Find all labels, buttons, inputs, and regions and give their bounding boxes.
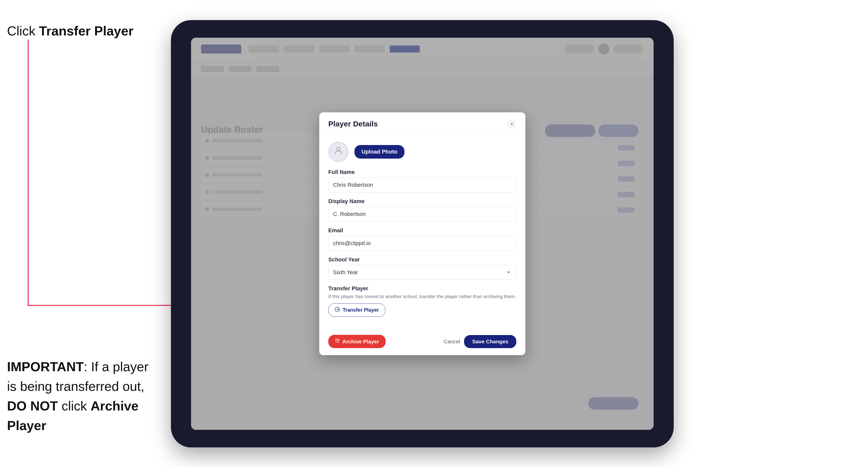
photo-upload-row: Upload Photo	[328, 142, 516, 162]
avatar-circle	[328, 142, 348, 162]
archive-icon	[335, 338, 340, 345]
instruction-important: IMPORTANT	[7, 360, 84, 374]
display-name-group: Display Name	[328, 198, 516, 222]
full-name-input[interactable]	[328, 178, 516, 192]
transfer-player-button[interactable]: Transfer Player	[328, 303, 385, 317]
upload-photo-button[interactable]: Upload Photo	[354, 145, 404, 159]
modal-close-button[interactable]: ×	[507, 119, 516, 128]
tablet-device: Update Roster	[171, 20, 674, 447]
instruction-suffix: click	[58, 399, 91, 413]
modal-footer: Archive Player Cancel Save Changes	[319, 330, 525, 355]
modal-overlay: Player Details ×	[191, 38, 654, 430]
transfer-player-button-label: Transfer Player	[343, 307, 379, 313]
modal-title: Player Details	[328, 120, 378, 128]
email-group: Email	[328, 227, 516, 251]
instruction-bottom: IMPORTANT: If a player is being transfer…	[7, 357, 153, 435]
instruction-prefix: Click	[7, 24, 39, 38]
transfer-icon	[335, 307, 340, 313]
school-year-select[interactable]: Sixth Year	[328, 265, 516, 280]
school-year-label: School Year	[328, 256, 516, 263]
email-input[interactable]	[328, 236, 516, 251]
full-name-label: Full Name	[328, 169, 516, 176]
email-label: Email	[328, 227, 516, 234]
transfer-player-title: Transfer Player	[328, 285, 516, 292]
school-year-group: School Year Sixth Year	[328, 256, 516, 280]
annotation-vertical-line	[28, 40, 29, 306]
player-details-modal: Player Details ×	[319, 112, 525, 355]
cancel-button[interactable]: Cancel	[444, 339, 460, 345]
modal-header: Player Details ×	[319, 112, 525, 135]
display-name-label: Display Name	[328, 198, 516, 205]
archive-player-button[interactable]: Archive Player	[328, 335, 385, 348]
svg-point-0	[337, 147, 340, 151]
display-name-input[interactable]	[328, 207, 516, 222]
save-changes-button[interactable]: Save Changes	[464, 335, 516, 348]
instruction-do-not: DO NOT	[7, 399, 58, 413]
modal-body: Upload Photo Full Name Display Name	[319, 135, 525, 330]
avatar-icon	[333, 146, 343, 158]
svg-rect-2	[336, 339, 339, 340]
instruction-top: Click Transfer Player	[7, 23, 133, 40]
transfer-player-description: If this player has moved to another scho…	[328, 293, 516, 300]
transfer-player-section: Transfer Player If this player has moved…	[328, 285, 516, 317]
archive-player-label: Archive Player	[342, 339, 379, 345]
instruction-highlight: Transfer Player	[39, 24, 133, 38]
full-name-group: Full Name	[328, 169, 516, 192]
tablet-screen: Update Roster	[191, 38, 654, 430]
